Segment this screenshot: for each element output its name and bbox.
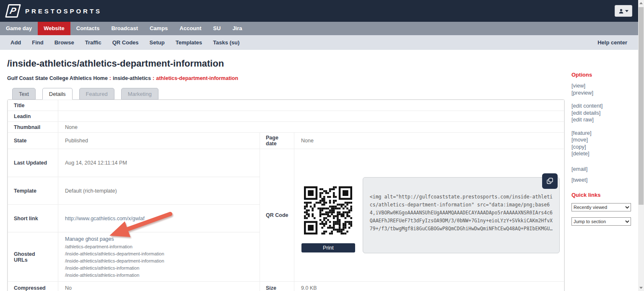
embed-code-line: <img alt="http://gulfcoaststate.prestosp… [370,193,553,201]
scrollbar-thumb[interactable] [639,7,644,205]
main-nav-su[interactable]: SU [207,22,226,35]
options-group: [edit content] [edit details] [edit raw] [571,103,635,124]
brand-text: PRESTOSPORTS [25,8,102,15]
sub-nav-find[interactable]: Find [26,39,49,46]
size-label: Size [260,282,294,291]
detail-tabs: Text Details Featured Marketing [12,88,644,99]
qr-code-label: QR Code [260,149,294,282]
ghost-url-link[interactable]: /inside-athletics/athletics-information [65,273,255,278]
compressed-value: No [58,282,260,291]
main-nav-camps[interactable]: Camps [144,22,174,35]
print-button[interactable]: Print [301,243,355,252]
size-value: 9.0 KB [294,282,564,291]
embed-code-line: cs/athletics-department-information" src… [370,201,553,209]
short-link-label: Short link [8,205,58,232]
sub-nav-setup[interactable]: Setup [144,39,170,46]
thumbnail-value: None [58,122,564,133]
embed-code-line: 79+/f3/tbwgMgf8i8GuCGBOGwP8QmCDGhiHwDwQm… [370,225,553,233]
delete-link[interactable]: [delete] [571,150,635,157]
main-nav-broadcast[interactable]: Broadcast [105,22,144,35]
details-card: Title Leadin Thumbnail None State Publis… [7,99,565,291]
move-link[interactable]: [move] [571,136,635,144]
ghost-url-link[interactable]: /athletics-department-information [65,244,255,249]
main-nav-game-day[interactable]: Game day [0,22,38,35]
scroll-up-button[interactable] [638,0,644,6]
feature-link[interactable]: [feature] [571,130,635,137]
breadcrumb-current: athletics-department-information [156,75,238,81]
ghost-url-link[interactable]: /inside-athletics/athletics-department-i… [65,258,255,263]
state-value: Published [58,133,260,149]
options-group: [feature] [move] [copy] [delete] [571,130,635,157]
scroll-down-button[interactable] [638,285,644,291]
user-menu-button[interactable] [615,5,632,17]
scroll-up-icon [639,2,643,4]
sub-nav-browse[interactable]: Browse [49,39,80,46]
tab-featured[interactable]: Featured [79,88,114,100]
breadcrumb: Gulf Coast State College Athletics Home:… [7,75,644,81]
options-group: [email] [tweet] [571,164,635,185]
sub-nav-qr-codes[interactable]: QR Codes [107,39,144,46]
sub-nav-traffic[interactable]: Traffic [80,39,107,46]
table-row: Thumbnail None [8,122,564,133]
sub-nav: Add Find Browse Traffic QR Codes Setup T… [0,35,638,50]
qr-embed-wrap: <img alt="http://gulfcoaststate.prestosp… [363,177,560,253]
breadcrumb-separator: : [151,75,156,81]
tab-details[interactable]: Details [42,88,73,100]
brand: P PRESTOSPORTS [7,4,102,18]
chevron-down-icon [625,10,628,12]
prestosports-logo-icon: P [5,4,21,18]
compressed-label: Compressed [8,282,58,291]
page-date-value: None [294,133,564,149]
thumbnail-label: Thumbnail [8,122,58,133]
breadcrumb-section-link[interactable]: inside-athletics [113,75,151,81]
qr-code-image [304,186,352,234]
main-nav-account[interactable]: Account [174,22,207,35]
sub-nav-add[interactable]: Add [5,39,26,46]
user-icon [618,8,624,14]
help-center-link[interactable]: Help center [592,39,627,46]
main-nav: Game day Website Contacts Broadcast Camp… [0,22,638,35]
edit-raw-link[interactable]: [edit raw] [571,116,635,124]
sub-nav-templates[interactable]: Templates [170,39,208,46]
manage-ghost-pages-link[interactable]: Manage ghost pages [65,236,114,242]
page-title: /inside-athletics/athletics-department-i… [7,58,644,69]
tweet-link[interactable]: [tweet] [571,175,635,185]
leadin-value [58,111,564,122]
email-link[interactable]: [email] [571,164,635,175]
embed-code-line: QAAEFhJREFUeF7t3dFyIzsOA9DM/3/0bNW+7G1ny… [370,217,553,225]
top-bar: P PRESTOSPORTS [0,0,638,22]
main-nav-contacts[interactable]: Contacts [70,22,106,35]
table-row: Compressed No Size 9.0 KB [8,282,564,291]
title-label: Title [8,100,58,111]
page-date-label: Page date [260,133,294,149]
ghost-url-link[interactable]: /inside-athletics/athletics-department-i… [65,251,255,256]
last-updated-label: Last Updated [8,149,58,177]
template-label: Template [8,177,58,205]
copy-link[interactable]: [copy] [571,144,635,151]
ghost-url-link[interactable]: /inside-athletics/athletics-information [65,265,255,270]
template-value: Default (rich-template) [58,177,260,205]
table-row: Last Updated Aug 14, 2024 12:11:14 PM QR… [8,149,564,177]
tab-marketing[interactable]: Marketing [121,88,158,100]
jump-to-section-select[interactable]: Jump to section [571,217,631,226]
tab-text[interactable]: Text [12,88,36,100]
recently-viewed-select[interactable]: Recently viewed [571,203,631,211]
copy-button[interactable] [542,173,558,189]
app-window: P PRESTOSPORTS Game day Website Contacts… [0,0,644,291]
main-nav-jira[interactable]: Jira [226,22,248,35]
edit-content-link[interactable]: [edit content] [571,103,635,110]
copy-icon [546,178,553,185]
scroll-down-icon [639,287,643,289]
sub-nav-tasks-su[interactable]: Tasks (su) [208,39,245,46]
leadin-label: Leadin [8,111,58,122]
edit-details-link[interactable]: [edit details] [571,110,635,117]
ghosted-urls-cell: Manage ghost pages /athletics-department… [58,232,260,282]
qr-embed-code[interactable]: <img alt="http://gulfcoaststate.prestosp… [363,177,560,253]
embed-code-line: 4,iVBORw0KGgoAAAANSUhEUgAAAMQAAADECAYAAA… [370,209,553,217]
breadcrumb-home-link[interactable]: Gulf Coast State College Athletics Home [7,75,108,81]
main-nav-website[interactable]: Website [38,22,70,35]
options-title: Options [571,72,635,78]
title-value [58,100,564,111]
short-link-value[interactable]: http://www.gcathletics.com/x/gwlaf [65,216,145,221]
table-row: Title [8,100,564,111]
